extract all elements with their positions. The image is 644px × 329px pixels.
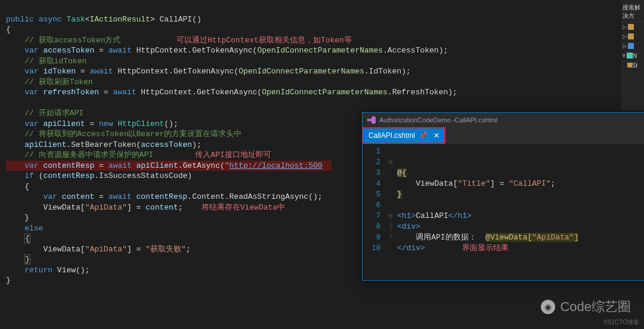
watermark: ◉ Code综艺圈 (541, 298, 631, 316)
code-comment: // 开始请求API (24, 109, 83, 118)
footer-credit: ©51CTO博客 (604, 318, 639, 327)
code-comment: // 向资源服务器中请求受保护的API (24, 150, 153, 159)
solution-item[interactable]: ▿ N (621, 51, 644, 60)
solution-search[interactable]: 搜索解决方 (621, 2, 644, 22)
method-name: CallAPI (160, 15, 193, 24)
solution-item[interactable]: ▷ (621, 22, 644, 32)
code-comment: // 获取idToken (24, 57, 86, 66)
tab-callapi-cshtml[interactable]: CallAPI.cshtml 📌 ✕ (363, 127, 445, 144)
peek-tabs: CallAPI.cshtml 📌 ✕ (363, 127, 644, 144)
close-icon[interactable]: ✕ (434, 131, 439, 140)
solution-item[interactable]: St (621, 60, 644, 70)
peek-code[interactable]: @{ ViewData["Title"] = "CallAPI"; } <h1>… (397, 144, 578, 280)
type: IActionResult (89, 15, 150, 24)
brace: { (6, 25, 11, 34)
line-gutter: 12345678910 (363, 144, 389, 280)
peek-title-bar[interactable]: AuthorizationCodeDemo - CallAPI.cshtml (363, 113, 644, 127)
fold-column[interactable]: ⊟ ⊟│└ (389, 144, 397, 280)
url-link[interactable]: http://localhost:500 (230, 161, 323, 170)
annotation: 界面显示结果 (462, 244, 509, 253)
visual-studio-icon (367, 116, 376, 124)
keyword: async (39, 15, 62, 24)
peek-window[interactable]: AuthorizationCodeDemo - CallAPI.cshtml C… (362, 112, 644, 281)
highlighted-line: var contentResp = await apiClient.GetAsy… (6, 161, 332, 171)
code-comment: // 获取accessToken方式 (24, 36, 120, 45)
annotation: 可以通过HttpContext获取相关信息，如Token等 (177, 36, 352, 45)
peek-title-prefix: AuthorizationCodeDemo - (379, 116, 455, 124)
tab-label: CallAPI.cshtml (369, 131, 415, 140)
watermark-text: Code综艺圈 (560, 298, 631, 316)
keyword: public (6, 15, 34, 24)
type: Task (66, 15, 85, 24)
pin-icon[interactable]: 📌 (419, 131, 428, 140)
peek-title-file: CallAPI.cshtml (455, 116, 498, 124)
wechat-icon: ◉ (541, 300, 555, 314)
solution-explorer[interactable]: 搜索解决方 ▷ ▷ ▷ ▿ N St (621, 0, 644, 110)
annotation: 传入API接口地址即可 (195, 150, 271, 159)
code-comment: // 将获取到的AccessToken以Bearer的方案设置在请求头中 (24, 130, 242, 139)
code-comment: // 获取刷新Token (24, 78, 92, 87)
solution-item[interactable]: ▷ (621, 32, 644, 41)
annotation: 将结果存在ViewData中 (202, 203, 285, 212)
solution-item[interactable]: ▷ (621, 41, 644, 51)
